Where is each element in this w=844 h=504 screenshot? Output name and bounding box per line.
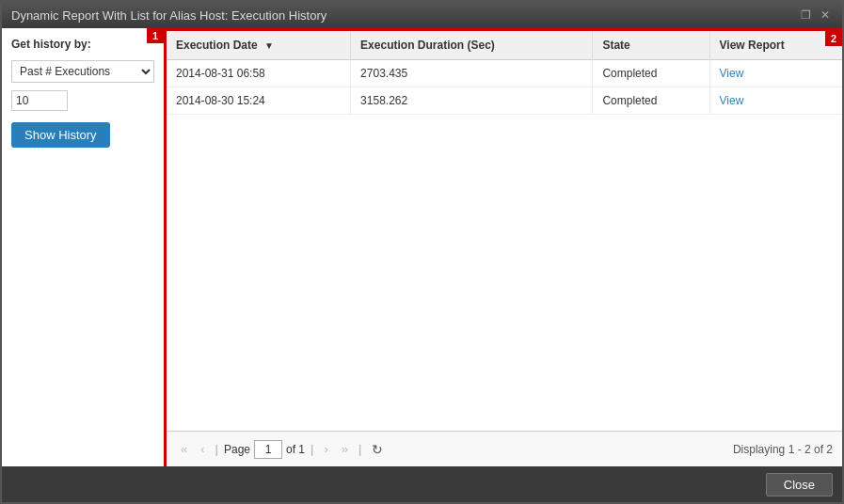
right-panel: 2 Execution Date ▼ Execution Duration (S…: [167, 28, 842, 466]
execution-table: Execution Date ▼ Execution Duration (Sec…: [167, 31, 842, 115]
main-window: Dynamic Report With List for Alias Host:…: [0, 0, 844, 504]
pagination-controls: « ‹ | Page of 1 | › » | ↻: [176, 440, 388, 459]
close-window-button[interactable]: ✕: [818, 8, 833, 22]
page-label: Page: [224, 443, 250, 456]
col-execution-date[interactable]: Execution Date ▼: [167, 31, 351, 60]
close-button[interactable]: Close: [766, 473, 833, 496]
page-number-input[interactable]: [254, 440, 282, 459]
page-info: Page of 1: [224, 440, 305, 459]
pagination-bar: « ‹ | Page of 1 | › » | ↻ Displaying 1 -…: [167, 431, 842, 466]
table-header: Execution Date ▼ Execution Duration (Sec…: [167, 31, 842, 60]
col-view-report-label: View Report: [720, 39, 785, 52]
right-panel-badge: 2: [825, 31, 842, 46]
history-type-select[interactable]: Past # Executions Date Range: [11, 60, 154, 83]
cell-execution-date: 2014-08-31 06:58: [167, 60, 351, 87]
window-title: Dynamic Report With List for Alias Host:…: [11, 8, 326, 23]
table-wrapper: Execution Date ▼ Execution Duration (Sec…: [167, 31, 842, 431]
get-history-label: Get history by:: [11, 38, 154, 51]
col-state[interactable]: State: [593, 31, 709, 60]
separator-right: |: [311, 442, 313, 456]
cell-execution-duration: 2703.435: [351, 60, 593, 87]
bottom-bar: Close: [2, 466, 842, 502]
cell-execution-duration: 3158.262: [351, 87, 593, 115]
sort-icon: ▼: [264, 40, 274, 51]
left-panel: 1 Get history by: Past # Executions Date…: [2, 28, 167, 466]
show-history-button[interactable]: Show History: [11, 122, 110, 148]
col-execution-duration[interactable]: Execution Duration (Sec): [351, 31, 593, 60]
table-body: 2014-08-31 06:58 2703.435 Completed View…: [167, 60, 842, 115]
prev-page-button[interactable]: ‹: [196, 440, 209, 458]
cell-state: Completed: [593, 87, 709, 115]
col-execution-date-label: Execution Date: [176, 39, 258, 52]
cell-execution-date: 2014-08-30 15:24: [167, 87, 351, 115]
separator-refresh: |: [358, 442, 361, 456]
table-row: 2014-08-31 06:58 2703.435 Completed View: [167, 60, 842, 87]
number-input-wrapper: [11, 90, 154, 111]
first-page-button[interactable]: «: [176, 440, 192, 458]
refresh-button[interactable]: ↻: [367, 440, 388, 459]
col-execution-duration-label: Execution Duration (Sec): [360, 39, 495, 52]
executions-count-input[interactable]: [11, 90, 68, 111]
of-label: of 1: [286, 443, 305, 456]
cell-state: Completed: [593, 60, 709, 87]
last-page-button[interactable]: »: [337, 440, 353, 458]
cell-view-report: View: [709, 87, 842, 115]
view-report-link[interactable]: View: [720, 94, 744, 107]
left-panel-badge: 1: [147, 28, 164, 43]
cell-view-report: View: [709, 60, 842, 87]
title-bar: Dynamic Report With List for Alias Host:…: [2, 2, 842, 28]
separator-left: |: [215, 442, 218, 456]
view-report-link[interactable]: View: [720, 67, 744, 80]
displaying-text: Displaying 1 - 2 of 2: [733, 443, 833, 456]
table-row: 2014-08-30 15:24 3158.262 Completed View: [167, 87, 842, 115]
content-area: 1 Get history by: Past # Executions Date…: [2, 28, 842, 466]
col-view-report[interactable]: View Report: [709, 31, 842, 60]
next-page-button[interactable]: ›: [319, 440, 332, 458]
title-bar-controls: ❐ ✕: [798, 8, 833, 22]
restore-button[interactable]: ❐: [798, 8, 814, 22]
col-state-label: State: [602, 39, 629, 52]
